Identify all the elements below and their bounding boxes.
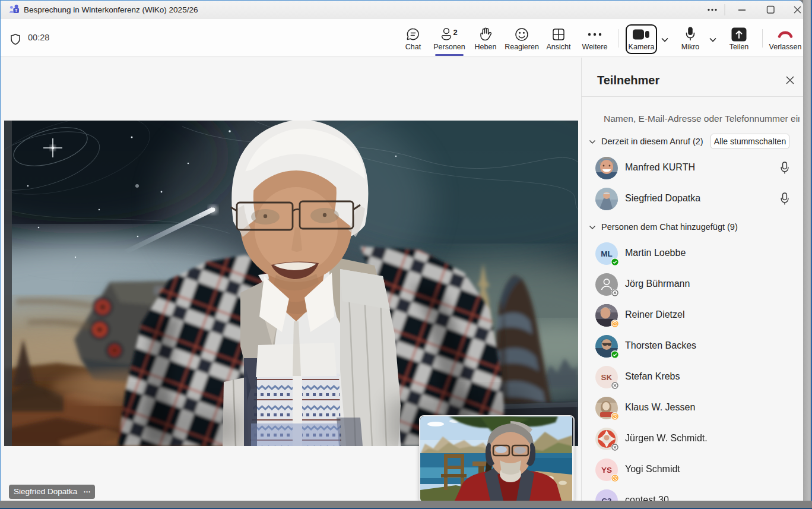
svg-text:ML: ML <box>601 249 613 258</box>
svg-text:SK: SK <box>601 373 613 382</box>
svg-text:2: 2 <box>453 28 458 37</box>
svg-text:T: T <box>15 8 18 12</box>
svg-text:C3: C3 <box>601 497 612 501</box>
svg-text:YS: YS <box>601 466 612 475</box>
